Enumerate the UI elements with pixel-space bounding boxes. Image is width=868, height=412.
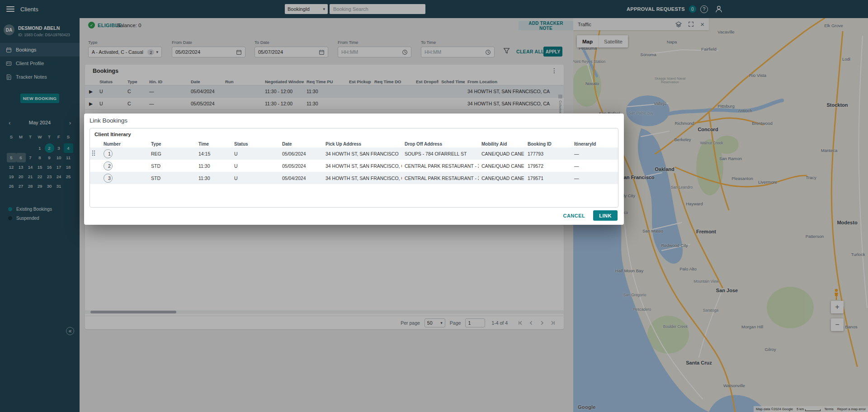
cell-pickup-address: 34 HOWTH ST, SAN FRANCISCO, CA bbox=[323, 163, 402, 169]
app-root: Clients BookingId ▾ APPROVAL REQUESTS 0 … bbox=[0, 0, 868, 412]
cell-date: 05/04/2024 bbox=[279, 175, 323, 181]
itinerary-table-header: NumberTypeTimeStatusDatePick Up AddressD… bbox=[90, 140, 618, 147]
cell-type: REG bbox=[148, 151, 196, 156]
cell-status: U bbox=[231, 151, 279, 156]
cell-booking-id: 179571 bbox=[525, 175, 571, 181]
itinerary-row[interactable]: 3 STD 11:30 U 05/04/2024 34 HOWTH ST, SA… bbox=[90, 172, 618, 184]
cell-mobility-aid: CANE/QUAD CANE bbox=[479, 163, 525, 169]
cell-pickup-address: 34 HOWTH ST, SAN FRANCISCO bbox=[323, 151, 402, 156]
link-button[interactable]: LINK bbox=[593, 210, 618, 221]
cell-booking-id: 179572 bbox=[525, 163, 571, 169]
cell-status: U bbox=[231, 163, 279, 169]
itinerary-table: NumberTypeTimeStatusDatePick Up AddressD… bbox=[90, 140, 618, 184]
cell-time: 11:30 bbox=[196, 163, 231, 169]
cell-date: 05/05/2024 bbox=[279, 163, 323, 169]
column-header: Mobility Aid bbox=[479, 142, 525, 147]
cell-dropoff-address: SOUPS - 784 OFARRELL ST bbox=[402, 151, 479, 156]
cell-pickup-address: 34 HOWTH ST, SAN FRANCISCO, CA bbox=[323, 175, 402, 181]
cell-dropoff-address: CENTRAL PARK RESTAURANT - 344 2... bbox=[402, 163, 479, 169]
column-header: Pick Up Address bbox=[323, 142, 402, 147]
cell-type: STD bbox=[148, 163, 196, 169]
cell-dropoff-address: CENTRAL PARK RESTAURANT - 344 2... bbox=[402, 175, 479, 181]
client-itinerary-title: Client Itinerary bbox=[94, 132, 131, 137]
column-header: Drop Off Address bbox=[402, 142, 479, 147]
column-header: Type bbox=[148, 142, 196, 147]
itinerary-row[interactable]: 2 STD 11:30 U 05/05/2024 34 HOWTH ST, SA… bbox=[90, 160, 618, 172]
sequence-number-badge: 1 bbox=[104, 149, 113, 158]
modal-actions: CANCEL LINK bbox=[563, 210, 618, 221]
column-header: ItineraryId bbox=[571, 142, 618, 147]
column-header: Date bbox=[279, 142, 323, 147]
cell-mobility-aid: CANE/QUAD CANE bbox=[479, 175, 525, 181]
cell-number: 1 bbox=[101, 149, 148, 158]
client-itinerary-panel: Client Itinerary NumberTypeTimeStatusDat… bbox=[90, 128, 618, 208]
sequence-number-badge: 2 bbox=[104, 161, 113, 170]
cell-itinerary-id: — bbox=[571, 151, 618, 156]
cell-date: 05/06/2024 bbox=[279, 151, 323, 156]
itinerary-table-body: 1 REG 14:15 U 05/06/2024 34 HOWTH ST, SA… bbox=[90, 147, 618, 184]
cell-time: 14:15 bbox=[196, 151, 231, 156]
cell-itinerary-id: — bbox=[571, 163, 618, 169]
column-header: Status bbox=[231, 142, 279, 147]
modal-title: Link Bookings bbox=[90, 117, 127, 124]
cell-number: 3 bbox=[101, 174, 148, 183]
itinerary-row[interactable]: 1 REG 14:15 U 05/06/2024 34 HOWTH ST, SA… bbox=[90, 147, 618, 160]
cell-number: 2 bbox=[101, 161, 148, 170]
sequence-number-badge: 3 bbox=[104, 174, 113, 183]
cell-mobility-aid: CANE/QUAD CANE bbox=[479, 151, 525, 156]
cell-time: 11:30 bbox=[196, 175, 231, 181]
cell-type: STD bbox=[148, 175, 196, 181]
cell-booking-id: 177793 bbox=[525, 151, 571, 156]
column-header: Number bbox=[101, 142, 148, 147]
cancel-button[interactable]: CANCEL bbox=[563, 213, 585, 218]
link-bookings-modal: Link Bookings Client Itinerary NumberTyp… bbox=[84, 114, 624, 225]
column-header: Time bbox=[196, 142, 231, 147]
drag-handle-icon[interactable] bbox=[90, 150, 101, 157]
cell-status: U bbox=[231, 175, 279, 181]
cell-itinerary-id: — bbox=[571, 175, 618, 181]
column-header: Booking ID bbox=[525, 142, 571, 147]
